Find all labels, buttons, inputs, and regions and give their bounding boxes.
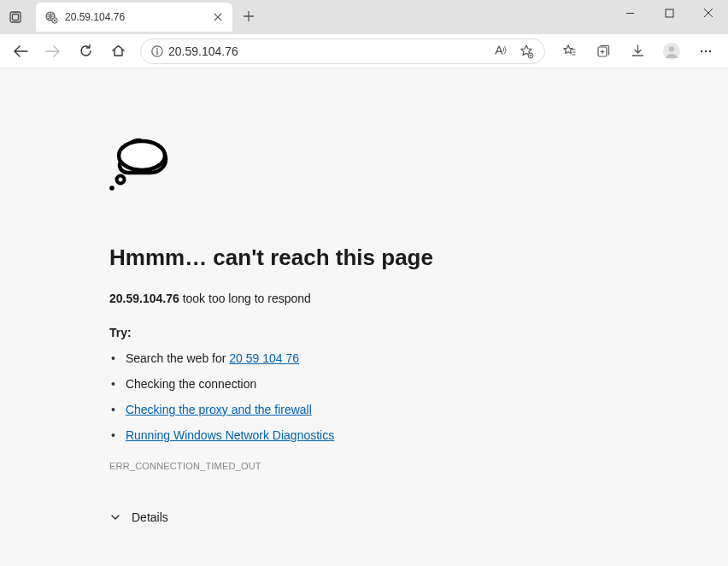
details-label: Details	[132, 510, 168, 524]
try-list: Search the web for 20 59 104 76 Checking…	[109, 351, 728, 442]
tab-close-button[interactable]	[210, 9, 226, 25]
back-button[interactable]	[5, 38, 36, 65]
try-item-search: Search the web for 20 59 104 76	[109, 351, 728, 365]
new-tab-button[interactable]	[236, 3, 261, 29]
try-item-proxy: Checking the proxy and the firewall	[109, 403, 728, 416]
window-controls	[610, 0, 728, 34]
toolbar-right	[552, 38, 723, 65]
info-icon	[150, 44, 164, 58]
address-bar[interactable]	[140, 38, 545, 64]
failed-host: 20.59.104.76	[109, 292, 179, 305]
svg-rect-4	[666, 9, 673, 17]
read-aloud-button[interactable]	[486, 39, 512, 63]
svg-rect-1	[13, 15, 19, 21]
home-icon	[111, 44, 126, 58]
tab-actions-icon	[9, 10, 22, 24]
close-icon	[214, 13, 222, 21]
titlebar-left: 20.59.104.76	[0, 0, 261, 34]
svg-point-14	[119, 141, 165, 170]
try-item-connection: Checking the connection	[109, 377, 728, 391]
try-item-diagnostics: Running Windows Network Diagnostics	[109, 428, 728, 442]
more-icon	[699, 44, 713, 58]
collections-icon	[596, 44, 611, 59]
menu-button[interactable]	[689, 38, 723, 65]
forward-arrow-icon	[45, 44, 61, 59]
forward-button	[38, 38, 68, 65]
browser-tab[interactable]: 20.59.104.76	[36, 3, 232, 32]
back-arrow-icon	[13, 44, 28, 59]
tab-actions-button[interactable]	[0, 0, 31, 34]
try-conn-text: Checking the connection	[126, 377, 256, 391]
toolbar	[0, 34, 728, 68]
svg-point-12	[705, 50, 707, 51]
svg-point-13	[709, 50, 711, 51]
error-headline: Hmmm… can't reach this page	[109, 245, 728, 271]
url-input[interactable]	[168, 44, 486, 58]
svg-point-16	[109, 186, 114, 191]
favorites-button[interactable]	[552, 38, 586, 65]
svg-point-11	[701, 50, 702, 51]
tab-title: 20.59.104.76	[65, 11, 210, 23]
read-aloud-icon	[492, 44, 507, 58]
search-web-link[interactable]: 20 59 104 76	[229, 351, 299, 365]
page-content: Hmmm… can't reach this page 20.59.104.76…	[0, 68, 728, 566]
tab-favicon	[44, 10, 58, 24]
close-window-button[interactable]	[689, 0, 728, 26]
error-code: ERR_CONNECTION_TIMED_OUT	[109, 461, 728, 471]
proxy-firewall-link[interactable]: Checking the proxy and the firewall	[126, 403, 312, 416]
error-cloud-icon	[109, 135, 728, 193]
minimize-icon	[625, 9, 635, 18]
chevron-down-icon	[109, 511, 121, 523]
try-search-prefix: Search the web for	[126, 351, 229, 365]
plus-icon	[243, 10, 255, 22]
refresh-icon	[79, 44, 93, 58]
titlebar: 20.59.104.76	[0, 0, 728, 34]
site-info-button[interactable]	[146, 44, 168, 58]
details-toggle[interactable]: Details	[109, 510, 728, 524]
maximize-button[interactable]	[649, 0, 689, 26]
svg-point-10	[669, 46, 674, 51]
svg-point-6	[156, 48, 158, 50]
svg-point-15	[117, 176, 125, 184]
network-diagnostics-link[interactable]: Running Windows Network Diagnostics	[126, 428, 334, 442]
maximize-icon	[665, 9, 674, 18]
refresh-button[interactable]	[70, 38, 101, 65]
try-label: Try:	[109, 326, 728, 339]
downloads-button[interactable]	[620, 38, 655, 65]
favorite-button[interactable]	[514, 39, 539, 63]
host-message: took too long to respond	[179, 292, 311, 305]
star-add-icon	[519, 44, 534, 59]
download-icon	[631, 44, 645, 58]
error-subline: 20.59.104.76 took too long to respond	[109, 292, 728, 305]
star-lines-icon	[561, 44, 577, 59]
close-icon	[703, 8, 713, 18]
profile-icon	[662, 42, 681, 61]
svg-rect-0	[10, 12, 21, 22]
collections-button[interactable]	[586, 38, 620, 65]
profile-button[interactable]	[655, 38, 689, 65]
home-button[interactable]	[103, 38, 133, 65]
minimize-button[interactable]	[610, 0, 649, 26]
